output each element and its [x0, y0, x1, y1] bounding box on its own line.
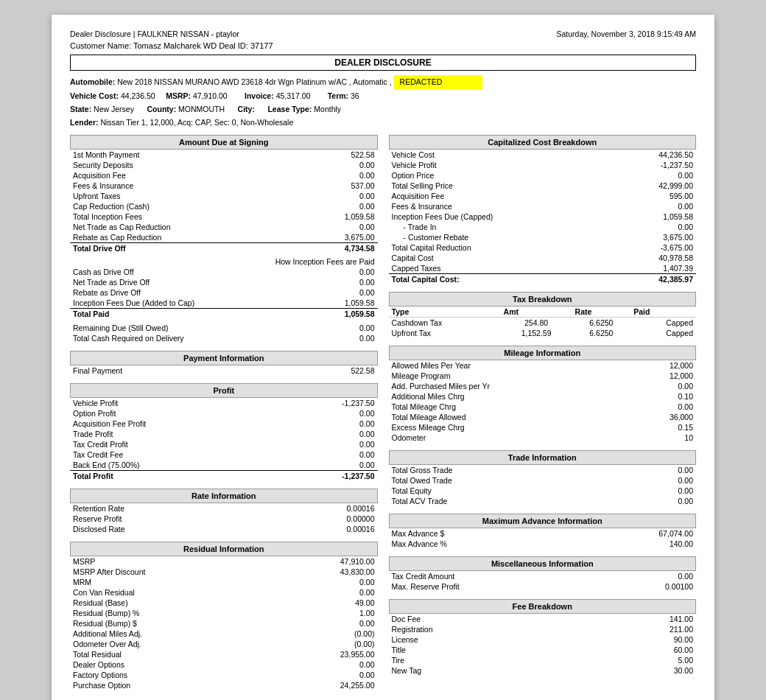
table-row: Capital Cost40,978.58 — [389, 253, 697, 263]
remaining-label: Remaining Due (Still Owed) — [70, 319, 310, 333]
row-value: 0.00 — [622, 465, 696, 475]
tax-cell-paid: Capped — [630, 328, 696, 338]
row-label: Capped Taxes — [389, 263, 613, 274]
row-value: 0.00 — [273, 670, 378, 680]
row-value: 24,255.00 — [273, 680, 378, 690]
how-title: How Inception Fees are Paid — [70, 253, 378, 267]
cap-cost-header: Capitalized Cost Breakdown — [389, 135, 697, 150]
table-row: Purchase Option24,255.00 — [70, 680, 378, 690]
table-row: Additional Miles Chrg0.10 — [389, 391, 697, 402]
residual-header: Residual Information — [70, 542, 378, 556]
final-payment-value: 522.58 — [270, 365, 377, 376]
row-value: 1,407.39 — [612, 263, 696, 274]
row-label: Total Inception Fees — [70, 211, 310, 222]
trade-header: Trade Information — [389, 450, 697, 465]
page: Dealer Disclosure | FAULKNER NISSAN - pt… — [52, 15, 714, 700]
tax-col-amt: Amt — [501, 307, 572, 318]
table-row: Option Profit0.00 — [70, 408, 378, 419]
row-value: 60.00 — [577, 645, 696, 655]
row-value: 0.00100 — [600, 581, 696, 592]
table-row: Factory Options0.00 — [70, 670, 378, 680]
table-row: Back End (75.00%)0.00 — [70, 460, 378, 471]
customer-line: Customer Name: Tomasz Malcharek WD Deal … — [70, 41, 273, 50]
row-label: Allowed Miles Per Year — [389, 360, 628, 371]
tax-table: Type Amt Rate Paid Cashdown Tax254.806.6… — [389, 307, 697, 338]
table-row: Inception Fees Due (Added to Cap)1,059.5… — [70, 298, 378, 309]
row-label: Registration — [389, 624, 578, 634]
row-label: Reserve Profit — [70, 514, 264, 524]
row-value: 0.00 — [276, 460, 377, 471]
tax-cell-amt: 1,152.59 — [501, 328, 572, 338]
vehicle-cost-value: 44,236.50 — [121, 91, 155, 100]
row-label: Total ACV Trade — [389, 496, 623, 506]
advance-section: Maximum Advance Information Max Advance … — [389, 514, 697, 549]
row-value: 44,236.50 — [612, 150, 696, 160]
row-value: 12,000 — [628, 360, 696, 371]
table-row: Total Drive Off4,734.58 — [70, 243, 378, 254]
table-row: Title60.00 — [389, 645, 697, 655]
row-label: Total Gross Trade — [389, 465, 623, 475]
row-value: 67,074.00 — [574, 528, 696, 539]
row-label: Total Selling Price — [389, 181, 613, 191]
row-value: 0.10 — [628, 391, 696, 402]
cap-cost-table: Vehicle Cost44,236.50Vehicle Profit-1,23… — [389, 150, 697, 284]
table-row: MSRP After Discount43,830.00 — [70, 567, 378, 577]
tax-cell-rate: 6.6250 — [572, 328, 631, 338]
row-value: 211.00 — [577, 624, 696, 634]
mileage-header: Mileage Information — [389, 346, 697, 360]
row-label: Tax Credit Fee — [70, 449, 276, 460]
lease-type-value: Monthly — [314, 105, 341, 113]
vehicle-cost-label: Vehicle Cost: — [70, 91, 119, 100]
row-value: 36,000 — [628, 412, 696, 422]
row-value: -3,675.00 — [612, 242, 696, 253]
row-label: Total Residual — [70, 649, 273, 659]
table-row: Tire5.00 — [389, 655, 697, 665]
row-value: 47,910.00 — [273, 556, 378, 567]
tax-cell-paid: Capped — [630, 318, 696, 329]
rate-header: Rate Information — [70, 489, 378, 503]
row-label: Add. Purchased Miles per Yr — [389, 381, 628, 391]
payment-header: Payment Information — [70, 351, 378, 365]
row-label: Tax Credit Profit — [70, 439, 276, 449]
cap-cost-section: Capitalized Cost Breakdown Vehicle Cost4… — [389, 135, 697, 284]
tax-col-paid: Paid — [630, 307, 696, 318]
lender-label: Lender: — [70, 118, 99, 127]
advance-header: Maximum Advance Information — [389, 514, 697, 528]
row-label: Fees & Insurance — [389, 201, 613, 211]
row-label: Additional Miles Chrg — [389, 391, 628, 402]
row-label: Total Owed Trade — [389, 475, 623, 486]
row-label: Security Deposits — [70, 160, 310, 170]
row-value: 49.00 — [273, 598, 378, 608]
msrp-label: MSRP: — [166, 91, 191, 100]
main-grid: Amount Due at Signing 1st Month Payment5… — [70, 135, 696, 698]
row-label: Residual (Base) — [70, 598, 273, 608]
row-label: - Customer Rebate — [389, 232, 613, 242]
highlight-value: REDACTED — [394, 75, 482, 90]
row-value: 0.00 — [273, 577, 378, 587]
row-label: Mileage Program — [389, 371, 628, 381]
row-value: 0.00 — [628, 402, 696, 412]
table-row: Total Mileage Allowed36,000 — [389, 412, 697, 422]
table-row: Total Paid1,059.58 — [70, 309, 378, 320]
row-label: Rebate as Cap Reduction — [70, 232, 310, 243]
table-row: Acquisition Fee Profit0.00 — [70, 419, 378, 429]
fee-table: Doc Fee141.00Registration211.00License90… — [389, 614, 697, 676]
table-row: Disclosed Rate0.00016 — [70, 524, 378, 534]
row-label: Option Price — [389, 170, 613, 181]
row-label: Tax Credit Amount — [389, 571, 600, 581]
row-label: MSRP — [70, 556, 273, 567]
row-value: 0.00 — [600, 571, 696, 581]
row-value: 0.00 — [612, 201, 696, 211]
table-row: - Trade In0.00 — [389, 222, 697, 232]
table-row: Residual (Bump) %1.00 — [70, 608, 378, 618]
table-row: Rebate as Drive Off0.00 — [70, 287, 378, 298]
row-value: 140.00 — [574, 539, 696, 549]
table-row: Trade Profit0.00 — [70, 429, 378, 439]
row-label: Dealer Options — [70, 659, 273, 670]
row-value: 0.00 — [310, 170, 378, 181]
msrp-value: 47,910.00 — [193, 91, 228, 100]
table-row: Allowed Miles Per Year12,000 — [389, 360, 697, 371]
fee-section: Fee Breakdown Doc Fee141.00Registration2… — [389, 599, 697, 676]
mileage-table: Allowed Miles Per Year12,000Mileage Prog… — [389, 360, 697, 443]
row-label: Odometer — [389, 433, 628, 443]
